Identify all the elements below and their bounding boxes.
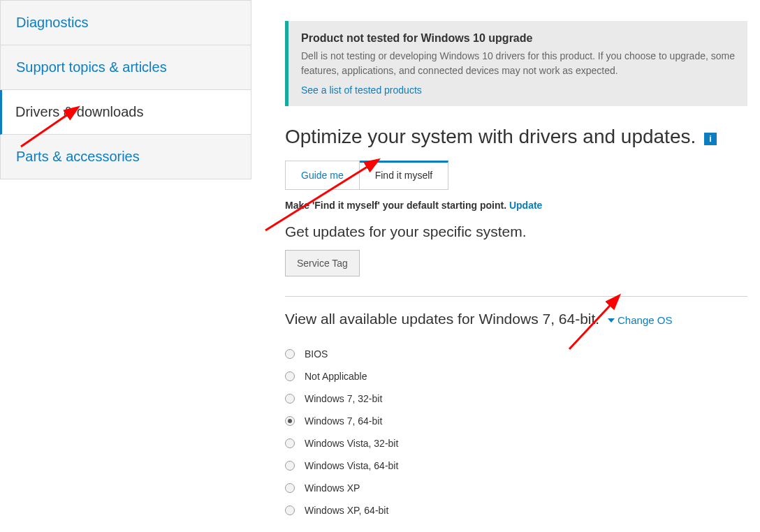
tab-find-it-myself[interactable]: Find it myself bbox=[360, 161, 448, 190]
radio-icon[interactable] bbox=[285, 461, 295, 471]
default-hint: Make 'Find it myself' your default start… bbox=[285, 200, 747, 211]
os-label: BIOS bbox=[305, 348, 328, 360]
radio-icon[interactable] bbox=[285, 349, 295, 359]
sidebar-item-parts-accessories[interactable]: Parts & accessories bbox=[0, 135, 251, 179]
radio-icon[interactable] bbox=[285, 371, 295, 381]
os-option[interactable]: Windows Vista, 32-bit bbox=[285, 432, 747, 455]
os-label: Windows Vista, 32-bit bbox=[305, 438, 398, 449]
info-icon[interactable]: i bbox=[704, 133, 717, 145]
os-option[interactable]: BIOS bbox=[285, 343, 747, 365]
os-option[interactable]: Windows Vista, 64-bit bbox=[285, 455, 747, 477]
hint-prefix: Make ' bbox=[285, 200, 314, 211]
os-label: Not Applicable bbox=[305, 371, 367, 382]
sidebar-item-diagnostics[interactable]: Diagnostics bbox=[0, 0, 251, 45]
radio-icon[interactable] bbox=[285, 438, 295, 448]
os-label: Windows Vista, 64-bit bbox=[305, 460, 398, 471]
radio-icon[interactable] bbox=[285, 505, 295, 515]
os-label: Windows XP, 64-bit bbox=[305, 505, 388, 516]
page-title-text: Optimize your system with drivers and up… bbox=[285, 126, 696, 147]
os-option[interactable]: Windows XP, 64-bit bbox=[285, 499, 747, 522]
caret-down-icon bbox=[608, 318, 615, 323]
hint-suffix: ' your default starting point. bbox=[377, 200, 509, 211]
os-label: Windows 7, 32-bit bbox=[305, 393, 382, 404]
notice-body: Dell is not testing or developing Window… bbox=[301, 49, 735, 78]
notice-link-tested-products[interactable]: See a list of tested products bbox=[301, 84, 422, 96]
os-list: BIOS Not Applicable Windows 7, 32-bit Wi… bbox=[285, 343, 747, 522]
os-option[interactable]: Windows XP bbox=[285, 477, 747, 499]
view-updates-heading: View all available updates for Windows 7… bbox=[285, 311, 747, 327]
radio-icon[interactable] bbox=[285, 416, 295, 426]
notice-banner: Product not tested for Windows 10 upgrad… bbox=[285, 21, 747, 106]
sidebar-item-support-topics[interactable]: Support topics & articles bbox=[0, 45, 251, 90]
change-os-label: Change OS bbox=[618, 314, 672, 326]
notice-title: Product not tested for Windows 10 upgrad… bbox=[301, 32, 735, 45]
tabs: Guide me Find it myself bbox=[285, 161, 747, 190]
service-tag-button[interactable]: Service Tag bbox=[285, 250, 360, 276]
update-link[interactable]: Update bbox=[509, 200, 542, 211]
sidebar: Diagnostics Support topics & articles Dr… bbox=[0, 0, 251, 522]
os-option[interactable]: Not Applicable bbox=[285, 365, 747, 387]
hint-mid: Find it myself bbox=[314, 200, 377, 211]
view-updates-text: View all available updates for Windows 7… bbox=[285, 311, 599, 327]
os-label: Windows XP bbox=[305, 482, 360, 494]
page-title: Optimize your system with drivers and up… bbox=[285, 126, 747, 148]
divider bbox=[285, 296, 747, 297]
main-content: Product not tested for Windows 10 upgrad… bbox=[251, 0, 760, 522]
radio-icon[interactable] bbox=[285, 483, 295, 493]
sidebar-item-drivers-downloads[interactable]: Drivers & downloads bbox=[0, 90, 251, 135]
tab-guide-me[interactable]: Guide me bbox=[285, 161, 360, 190]
os-option[interactable]: Windows 7, 32-bit bbox=[285, 387, 747, 410]
os-label: Windows 7, 64-bit bbox=[305, 415, 382, 427]
os-option[interactable]: Windows 7, 64-bit bbox=[285, 410, 747, 432]
change-os-link[interactable]: Change OS bbox=[608, 314, 672, 326]
radio-icon[interactable] bbox=[285, 394, 295, 404]
specific-system-heading: Get updates for your specific system. bbox=[285, 223, 747, 240]
